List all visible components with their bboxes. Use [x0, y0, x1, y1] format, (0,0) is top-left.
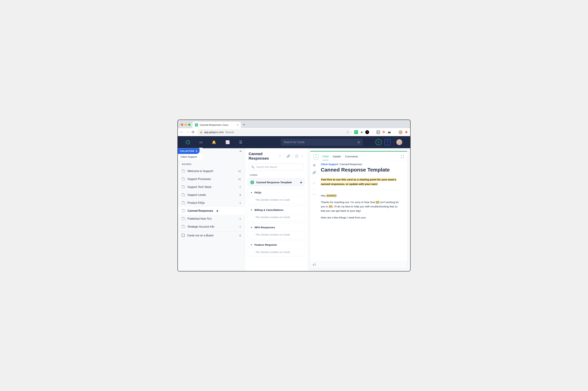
help-button[interactable]: ?: [384, 139, 391, 145]
cards-icon: [182, 234, 185, 237]
new-tab-button[interactable]: +: [243, 122, 245, 128]
boards-nav-icon[interactable]: ▭: [199, 140, 203, 148]
guru-favicon: G: [195, 123, 198, 126]
board-item-techstack[interactable]: Support Tech Stack 1: [178, 183, 245, 191]
board-item-strategic[interactable]: Strategic Account Info 1: [178, 223, 245, 231]
card-column: ✓ Card Details Comments ⛶ ⧉ 🔗 ♡ ⋯: [307, 148, 410, 271]
section-empty-text: This Section contains no Cards: [248, 214, 305, 221]
link-icon[interactable]: 🔗: [312, 171, 316, 175]
analytics-icon[interactable]: 📈: [226, 140, 230, 144]
app-header: ▭ 🔔 📈 ☰ Search for Cards ⚙ + ?: [178, 136, 410, 148]
sidebar: COLLECTION ⇅ ⇤ Client Support BOARDS Wel…: [178, 148, 245, 271]
notifications-icon[interactable]: 🔔: [212, 140, 216, 144]
tab-title: Canned Responses | Guru: [200, 123, 229, 126]
expand-icon[interactable]: ⛶: [401, 155, 404, 159]
loose-cards-item[interactable]: Cards not on a Board 0: [178, 232, 245, 239]
ext-guru-icon[interactable]: G: [354, 130, 358, 134]
breadcrumb-collection-link[interactable]: Client Support: [321, 163, 338, 166]
global-search-input[interactable]: Search for Cards ⚙: [281, 139, 363, 146]
collection-name-pill[interactable]: Client Support: [178, 154, 204, 160]
section-header[interactable]: ▼ NPS Responses: [248, 223, 305, 231]
card-footer: 🏷: [310, 261, 407, 268]
ext-accessibility-icon[interactable]: ✚: [376, 130, 380, 134]
guru-logo-icon[interactable]: [186, 140, 190, 144]
board-item-howtos[interactable]: Published How-To's 1: [178, 215, 245, 223]
browser-tab[interactable]: G Canned Responses | Guru ×: [193, 122, 241, 128]
collection-switch-icon: ⇅: [196, 150, 198, 152]
address-bar[interactable]: 🔒 app.getguru.com/boards ☆: [197, 129, 352, 135]
folder-icon: [182, 225, 185, 228]
card-content: Client Support / Canned Responses Canned…: [318, 161, 407, 261]
bookmark-star-icon[interactable]: ☆: [346, 130, 349, 134]
section-empty-text: This Section contains no Cards: [248, 196, 305, 204]
board-item-welcome[interactable]: Welcome to Support! 11: [178, 167, 245, 175]
more-icon[interactable]: ⋯: [313, 193, 316, 196]
ext-spiral-icon[interactable]: ֍: [382, 130, 386, 134]
board-panel: Canned Responses ♡ 🔗 ⓘ ⋮ 🔍 Search this B…: [245, 148, 307, 271]
forward-button[interactable]: →: [186, 130, 189, 134]
card-item-canned-template[interactable]: ✓ Canned Response Template ▶: [247, 178, 305, 187]
chevron-right-icon: ▶: [301, 181, 302, 184]
divider: [321, 190, 402, 190]
favorite-icon[interactable]: ♡: [313, 182, 316, 185]
favorite-icon[interactable]: ♡: [279, 154, 281, 158]
folder-icon: [182, 210, 185, 212]
card-body: ⧉ 🔗 ♡ ⋯ Client Support / Canned Response…: [310, 160, 407, 261]
card-intro: Feel free to use this card as a starting…: [321, 177, 402, 187]
boards-heading: BOARDS: [178, 160, 245, 167]
link-icon[interactable]: 🔗: [286, 154, 290, 158]
verify-status-icon[interactable]: ✓: [314, 154, 318, 159]
caret-down-icon: ▼: [250, 226, 252, 228]
collapse-sidebar-icon[interactable]: ⇤: [237, 148, 245, 155]
tab-card[interactable]: Card: [323, 153, 329, 161]
card-greeting: Hey [NAME]!: [321, 194, 402, 198]
tab-comments[interactable]: Comments: [345, 154, 358, 160]
collection-label[interactable]: COLLECTION ⇅: [178, 148, 200, 154]
close-window-button[interactable]: [181, 123, 183, 126]
minimize-window-button[interactable]: [185, 123, 187, 126]
copy-icon[interactable]: ⧉: [313, 164, 315, 167]
search-filter-icon[interactable]: ⚙: [357, 141, 360, 144]
stack-icon[interactable]: ☰: [239, 140, 242, 144]
caret-down-icon: ▼: [250, 209, 252, 211]
header-actions: + ?: [375, 139, 402, 145]
card-tabs: ✓ Card Details Comments ⛶: [310, 152, 407, 160]
more-icon[interactable]: ⋮: [301, 154, 304, 158]
board-search-input[interactable]: 🔍 Search this Board: [249, 164, 304, 171]
tab-details[interactable]: Details: [333, 154, 341, 160]
divider: [393, 140, 394, 145]
board-item-canned-responses[interactable]: Canned Responses ▶: [178, 207, 245, 215]
section-header[interactable]: ▼ Billing & Cancellations: [248, 206, 305, 214]
close-tab-icon[interactable]: ×: [237, 123, 238, 126]
profile-avatar-icon[interactable]: [398, 130, 403, 134]
add-card-button[interactable]: +: [375, 139, 382, 145]
breadcrumb-board-link[interactable]: Canned Responses: [340, 163, 362, 166]
reload-button[interactable]: ⟳: [192, 130, 195, 134]
ext-more-icon[interactable]: ⋯: [371, 130, 375, 134]
section-feature: ▼ Feature Requests This Section contains…: [247, 241, 305, 256]
board-item-processes[interactable]: Support Processes 11: [178, 175, 245, 183]
cards-heading: CARDS: [245, 173, 307, 178]
divider: [312, 189, 316, 189]
card-action-rail: ⧉ 🔗 ♡ ⋯: [310, 161, 318, 261]
url-host: app.getguru.com: [204, 131, 224, 134]
user-avatar[interactable]: [396, 139, 402, 145]
ext-red-icon[interactable]: ✱: [404, 130, 408, 134]
breadcrumb: Client Support / Canned Responses: [321, 163, 402, 166]
maximize-window-button[interactable]: [188, 123, 190, 126]
ext-dot-icon[interactable]: ●: [360, 130, 363, 134]
info-icon[interactable]: ⓘ: [295, 154, 298, 158]
ext-search-icon[interactable]: ✦: [365, 130, 369, 134]
workspace: COLLECTION ⇅ ⇤ Client Support BOARDS Wel…: [178, 148, 410, 271]
folder-icon: [182, 202, 185, 204]
ext-camera-icon[interactable]: 📷: [387, 130, 391, 134]
section-header[interactable]: ▼ Feature Requests: [248, 241, 305, 249]
browser-toolbar: ← → ⟳ 🔒 app.getguru.com/boards ☆ G ● ✦ ⋯…: [178, 128, 410, 136]
tag-icon[interactable]: 🏷: [313, 263, 316, 267]
back-button[interactable]: ←: [180, 130, 183, 134]
board-item-faqs[interactable]: Product FAQs 1: [178, 199, 245, 207]
board-item-levels[interactable]: Support Levels 3: [178, 191, 245, 199]
collection-header: COLLECTION ⇅ ⇤: [178, 148, 245, 154]
section-header[interactable]: ▼ FAQs: [248, 189, 305, 196]
window-controls: [180, 123, 190, 128]
